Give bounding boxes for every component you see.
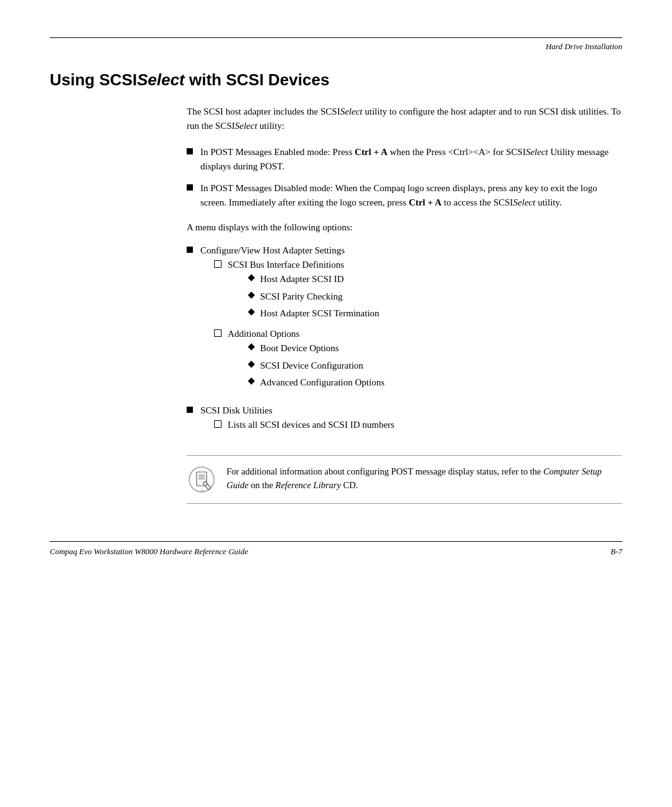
- disk-utilities-label: SCSI Disk Utilities: [200, 405, 273, 415]
- boot-device-item: Boot Device Options: [249, 341, 385, 356]
- configure-children: SCSI Bus Interface Definitions Host Adap…: [214, 258, 622, 392]
- select-italic-2: Select: [513, 197, 536, 207]
- ctrl-a-bold-2: Ctrl + A: [409, 197, 442, 207]
- footer: Compaq Evo Workstation W8000 Hardware Re…: [50, 547, 622, 557]
- scsi-bus-item: SCSI Bus Interface Definitions Host Adap…: [214, 258, 622, 323]
- intro-italic2: Select: [235, 121, 258, 131]
- scsi-device-config-label: SCSI Device Configuration: [260, 359, 363, 373]
- diamond-icon-2: [248, 291, 254, 298]
- diamond-icon-3: [248, 308, 254, 315]
- bullet-section: In POST Messages Enabled mode: Press Ctr…: [187, 145, 622, 210]
- header-rule: [50, 37, 622, 38]
- menu-intro-text: A menu displays with the following optio…: [187, 220, 622, 235]
- advanced-config-label: Advanced Configuration Options: [260, 375, 385, 390]
- host-adapter-id-label: Host Adapter SCSI ID: [260, 272, 344, 286]
- chapter-title: Using SCSISelect with SCSI Devices: [50, 70, 622, 90]
- scsi-device-config-item: SCSI Device Configuration: [249, 359, 385, 373]
- configure-label: Configure/View Host Adapter Settings: [200, 245, 345, 255]
- menu-item-configure: Configure/View Host Adapter Settings SCS…: [187, 243, 622, 396]
- additional-children: Boot Device Options SCSI Device Configur…: [249, 341, 385, 390]
- lists-all-item: Lists all SCSI devices and SCSI ID numbe…: [214, 418, 622, 432]
- scsi-bus-section: SCSI Bus Interface Definitions Host Adap…: [228, 258, 380, 323]
- diamond-icon-5: [248, 361, 254, 367]
- bullet-item-1: In POST Messages Enabled mode: Press Ctr…: [187, 145, 622, 174]
- footer-right: B-7: [610, 547, 622, 557]
- menu-item-disk-utilities: SCSI Disk Utilities Lists all SCSI devic…: [187, 404, 622, 437]
- bullet-text-1: In POST Messages Enabled mode: Press Ctr…: [200, 145, 622, 174]
- select-italic-1: Select: [526, 147, 548, 157]
- scsi-parity-label: SCSI Parity Checking: [260, 290, 343, 304]
- ctrl-a-bold-1: Ctrl + A: [355, 147, 388, 157]
- intro-paragraph: The SCSI host adapter includes the SCSIS…: [187, 105, 622, 134]
- content-area: The SCSI host adapter includes the SCSIS…: [187, 105, 622, 504]
- disk-utilities-section: SCSI Disk Utilities Lists all SCSI devic…: [200, 404, 622, 437]
- title-prefix: Using SCSI: [50, 70, 137, 89]
- boot-device-label: Boot Device Options: [260, 341, 339, 356]
- pencil-svg: [188, 466, 215, 493]
- host-adapter-termination-item: Host Adapter SCSI Termination: [249, 306, 380, 321]
- note-box: For additional information about configu…: [187, 455, 622, 504]
- footer-left: Compaq Evo Workstation W8000 Hardware Re…: [50, 547, 248, 557]
- additional-options-item: Additional Options Boot Device Options S…: [214, 327, 622, 392]
- additional-section: Additional Options Boot Device Options S…: [228, 327, 385, 392]
- diamond-icon-4: [248, 344, 254, 351]
- scsi-parity-item: SCSI Parity Checking: [249, 290, 380, 304]
- header-right: Hard Drive Installation: [50, 42, 622, 52]
- diamond-icon-6: [248, 377, 254, 384]
- bus-children: Host Adapter SCSI ID SCSI Parity Checkin…: [249, 272, 380, 321]
- intro-italic1: Select: [340, 106, 363, 116]
- diamond-icon-1: [248, 275, 254, 281]
- square-icon-disk: [187, 407, 193, 413]
- note-text: For additional information about configu…: [226, 465, 622, 493]
- note-pencil-icon: [187, 465, 217, 494]
- checkbox-icon-lists: [214, 420, 222, 428]
- bullet-text-2: In POST Messages Disabled mode: When the…: [200, 181, 622, 210]
- bullet-square-icon-2: [187, 184, 193, 191]
- title-italic: Select: [137, 70, 185, 89]
- host-adapter-termination-label: Host Adapter SCSI Termination: [260, 306, 380, 321]
- checkbox-icon-bus: [214, 260, 222, 268]
- lists-all-label: Lists all SCSI devices and SCSI ID numbe…: [228, 418, 394, 432]
- menu-list: Configure/View Host Adapter Settings SCS…: [187, 243, 622, 437]
- disk-utilities-children: Lists all SCSI devices and SCSI ID numbe…: [214, 418, 622, 432]
- checkbox-icon-additional: [214, 329, 222, 337]
- scsi-bus-label: SCSI Bus Interface Definitions: [228, 260, 344, 270]
- note-italic-2: Reference Library: [276, 480, 341, 490]
- header-text: Hard Drive Installation: [546, 42, 622, 51]
- host-adapter-id-item: Host Adapter SCSI ID: [249, 272, 380, 286]
- square-icon-configure: [187, 247, 193, 253]
- advanced-config-item: Advanced Configuration Options: [249, 375, 385, 390]
- footer-rule: [50, 541, 622, 542]
- page: Hard Drive Installation Using SCSISelect…: [0, 0, 672, 807]
- title-suffix: with SCSI Devices: [185, 70, 330, 89]
- bullet-square-icon-1: [187, 148, 193, 154]
- bullet-item-2: In POST Messages Disabled mode: When the…: [187, 181, 622, 210]
- additional-options-label: Additional Options: [228, 329, 299, 339]
- configure-section: Configure/View Host Adapter Settings SCS…: [200, 243, 622, 396]
